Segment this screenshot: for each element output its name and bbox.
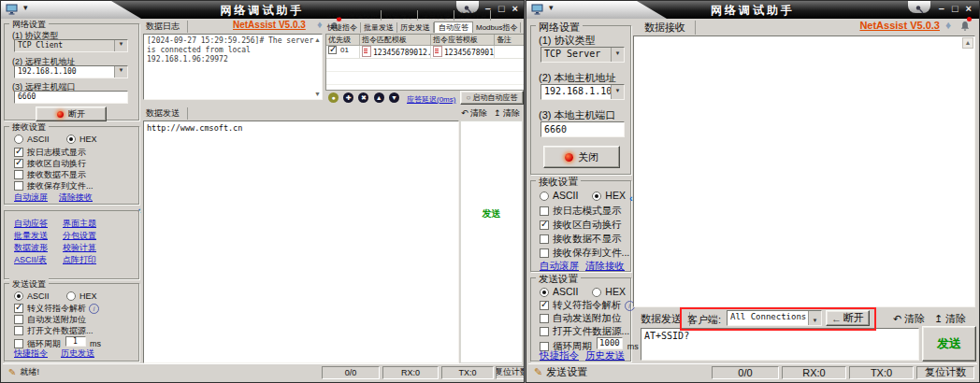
tab-shortcut-cmd[interactable]: 快捷指令: [324, 22, 361, 33]
remote-host-select[interactable]: 192.168.1.100: [14, 65, 128, 78]
checkbox-log-mode[interactable]: 按日志模式显示: [540, 205, 622, 218]
col-match-template[interactable]: 指令匹配模板: [360, 35, 431, 45]
reset-counter-button[interactable]: 复位计数: [916, 366, 974, 379]
reply-delay-link[interactable]: 应答延迟(0ms): [407, 94, 455, 105]
scroll-up-button[interactable]: ▲: [962, 37, 973, 49]
dropdown-arrow-icon[interactable]: [611, 85, 624, 99]
radio-ascii[interactable]: ASCII: [14, 291, 50, 301]
tab-ascii-table[interactable]: ASCII码表: [491, 10, 525, 21]
tab-waveform[interactable]: 数据波形: [382, 10, 418, 21]
radio-ascii[interactable]: ASCII: [540, 190, 578, 201]
clear-receive-button[interactable]: ↥ 清除: [494, 107, 520, 120]
tab-float-convert[interactable]: 浮点转换: [418, 10, 454, 21]
packet-settings-link[interactable]: 分包设置: [63, 230, 96, 242]
checkbox-escape-parse[interactable]: 转义符指令解析i: [540, 299, 635, 312]
protocol-type-select[interactable]: TCP Server: [540, 47, 625, 63]
waveform-link[interactable]: 数据波形: [14, 242, 48, 254]
auto-reply-row[interactable]: 01 123456789012... 123456789012...: [326, 46, 524, 59]
clear-send-button[interactable]: ↶ 清除: [461, 107, 487, 120]
send-button[interactable]: 发送: [922, 326, 976, 362]
clear-receive-button[interactable]: ↥ 清除: [934, 312, 966, 326]
clear-send-button[interactable]: ↶ 清除: [893, 312, 925, 326]
info-icon[interactable]: i: [89, 304, 99, 314]
checkbox-auto-wrap[interactable]: 接收区自动换行: [540, 219, 622, 232]
dropdown-arrow-icon[interactable]: [114, 66, 127, 78]
data-log-area[interactable]: [2024-09-27 15:29:59.256]# The server is…: [143, 34, 323, 100]
tab-data-send[interactable]: 数据发送: [641, 312, 690, 326]
col-priority[interactable]: 优先级: [326, 35, 360, 45]
close-button[interactable]: ×: [966, 3, 972, 15]
local-host-select[interactable]: 192.168.1.100: [540, 84, 625, 100]
gem-icon[interactable]: ♦: [945, 19, 951, 32]
maximize-button[interactable]: □: [952, 3, 958, 15]
auto-scroll-link[interactable]: 自动滚屏: [14, 192, 48, 204]
disconnect-client-button[interactable]: ← 断开: [826, 310, 870, 326]
radio-hex[interactable]: HEX: [592, 190, 626, 201]
version-link[interactable]: NetAssist V5.0.3: [233, 20, 306, 30]
tab-jt808[interactable]: JT808终端模拟: [324, 10, 382, 21]
radio-ascii[interactable]: ASCII: [14, 135, 50, 144]
close-server-button[interactable]: 关闭: [543, 146, 620, 168]
tab-modbus[interactable]: Modbus指令: [473, 22, 521, 33]
dropdown-arrow-icon[interactable]: [611, 48, 624, 62]
row-checkbox[interactable]: [328, 46, 337, 54]
save-icon[interactable]: ●: [328, 92, 339, 103]
bell-icon[interactable]: [959, 19, 970, 29]
shortcut-cmd-link[interactable]: 快捷指令: [540, 349, 579, 362]
scroll-up-icon[interactable]: ▲: [314, 35, 321, 44]
remote-port-input[interactable]: 6660: [14, 91, 128, 104]
cycle-period-input[interactable]: 1: [65, 336, 86, 347]
start-auto-reply-button[interactable]: ○ 启动自动应答: [460, 91, 524, 105]
dot-matrix-link[interactable]: 点阵打印: [63, 254, 96, 266]
dropdown-arrow-icon[interactable]: [808, 311, 821, 325]
checkbox-save-to-file[interactable]: 接收保存到文件...: [540, 247, 629, 260]
batch-send-link[interactable]: 批量发送: [14, 230, 48, 242]
clear-receive-link[interactable]: 清除接收: [59, 192, 93, 204]
tab-data-send[interactable]: 数据发送: [146, 107, 188, 120]
tab-checksum[interactable]: 校验计算: [454, 10, 491, 21]
minimize-button[interactable]: –: [939, 3, 944, 15]
checksum-link[interactable]: 校验计算: [63, 242, 96, 254]
pin-icon[interactable]: [915, 5, 924, 14]
gem-icon[interactable]: ♦: [317, 19, 323, 30]
checkbox-file-source[interactable]: 打开文件数据源...: [540, 325, 629, 338]
cycle-period-input[interactable]: 1000: [597, 337, 623, 349]
theme-link[interactable]: 界面主题: [63, 218, 96, 230]
dropdown-arrow-icon[interactable]: [114, 40, 127, 51]
radio-hex[interactable]: HEX: [592, 286, 626, 297]
send-input-area[interactable]: AT+SSID?: [641, 328, 919, 361]
checkbox-append-bits[interactable]: 自动发送附加位: [540, 312, 622, 325]
ascii-table-link[interactable]: ASCII/表: [14, 254, 47, 266]
move-up-icon[interactable]: ▲: [374, 92, 384, 103]
tab-data-receive[interactable]: 数据接收: [644, 21, 696, 35]
disconnect-button[interactable]: 断开: [36, 106, 107, 121]
move-down-icon[interactable]: ▼: [389, 92, 399, 103]
history-send-link[interactable]: 历史发送: [61, 348, 94, 360]
scroll-down-icon[interactable]: ▼: [314, 90, 321, 98]
reset-counter-button[interactable]: 复位计数: [496, 366, 525, 379]
auto-reply-link[interactable]: 自动应答: [14, 218, 48, 230]
local-port-input[interactable]: 6660: [540, 121, 625, 137]
send-button[interactable]: 发送: [460, 121, 523, 363]
shortcut-cmd-link[interactable]: 快捷指令: [14, 348, 48, 360]
col-remark[interactable]: 备注: [495, 35, 524, 45]
history-send-link[interactable]: 历史发送: [585, 349, 625, 362]
clear-receive-link[interactable]: 清除接收: [585, 260, 625, 273]
radio-ascii[interactable]: ASCII: [540, 286, 578, 297]
tab-history-send[interactable]: 历史发送: [397, 22, 434, 33]
checkbox-hide-data[interactable]: 接收数据不显示: [540, 233, 622, 246]
data-receive-area[interactable]: ▲: [633, 35, 975, 307]
tab-auto-reply[interactable]: 自动应答: [434, 21, 473, 33]
radio-hex[interactable]: HEX: [66, 291, 97, 301]
protocol-type-select[interactable]: TCP Client: [14, 39, 128, 52]
client-select[interactable]: All Connections (1): [727, 310, 822, 326]
tab-batch-send[interactable]: 批量发送: [361, 22, 397, 33]
add-icon[interactable]: ✚: [343, 92, 353, 103]
col-reply-template[interactable]: 指令应答模板: [431, 35, 495, 45]
send-input-area[interactable]: http://www.cmsoft.cn: [143, 121, 459, 363]
version-link[interactable]: NetAssist V5.0.3: [859, 20, 940, 31]
auto-scroll-link[interactable]: 自动滚屏: [540, 260, 579, 273]
radio-hex[interactable]: HEX: [66, 135, 97, 144]
delete-icon[interactable]: ✖: [358, 92, 368, 103]
tab-data-log[interactable]: 数据日志: [146, 21, 188, 33]
